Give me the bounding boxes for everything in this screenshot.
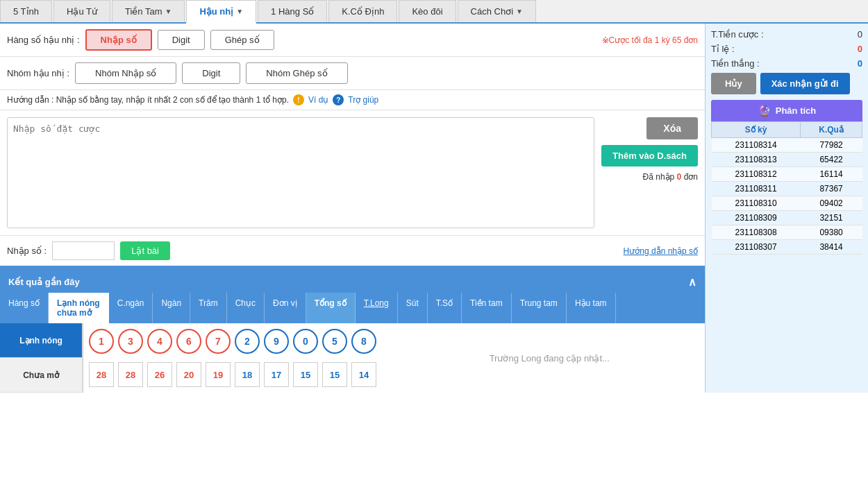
- tab-keodoi[interactable]: Kèo đôi: [399, 0, 456, 22]
- ball-0: 0: [293, 329, 318, 354]
- num-20: 20: [176, 362, 201, 387]
- nhom-nhap-so-button[interactable]: Nhóm Nhập số: [75, 62, 176, 84]
- tien-cuoc-value: 0: [858, 29, 862, 40]
- squares-row: 28 28 26 20 19 18 17 15 15 14: [83, 359, 394, 390]
- ball-4: 4: [147, 329, 172, 354]
- tab-5tinh[interactable]: 5 Tỉnh: [0, 0, 52, 22]
- tab-tso[interactable]: T.Số: [428, 293, 462, 323]
- num-26: 26: [147, 362, 172, 387]
- cell-soky: 231108313: [712, 153, 801, 167]
- tien-thang-value: 0: [858, 58, 862, 69]
- num-18: 18: [235, 362, 260, 387]
- ball-8: 8: [351, 329, 376, 354]
- nhom-label: Nhóm hậu nhị :: [7, 68, 69, 78]
- lanh-nong-header: Lạnh nóng: [0, 323, 83, 358]
- vi-du-icon: !: [293, 94, 304, 105]
- bottom-grid: Lạnh nóng Chưa mở 1 3 4 6 7 2 9 0 5 8: [0, 323, 705, 393]
- ghep-so-button[interactable]: Ghép số: [210, 30, 274, 50]
- tab-hangso-bottom[interactable]: Hàng số: [0, 293, 49, 323]
- them-vao-dsach-button[interactable]: Thêm vào D.sách: [601, 145, 698, 166]
- chevron-down-icon: ▼: [516, 8, 523, 15]
- tab-tongso[interactable]: Tổng số: [306, 293, 356, 323]
- ball-9: 9: [264, 329, 289, 354]
- vi-du-link[interactable]: Ví dụ: [308, 95, 328, 105]
- xoa-button[interactable]: Xóa: [646, 117, 698, 139]
- cell-soky: 231108309: [712, 211, 801, 225]
- tab-chuc[interactable]: Chục: [227, 293, 265, 323]
- ball-6: 6: [176, 329, 201, 354]
- tab-label: K.Cố Định: [342, 6, 384, 17]
- nhap-so-label: Nhập số :: [7, 246, 47, 256]
- phan-tich-table: Số kỳ K.Quả 2311083147798223110831365422…: [711, 121, 862, 255]
- nhom-ghep-so-button[interactable]: Nhóm Ghép số: [246, 62, 347, 84]
- tab-hautu[interactable]: Hậu Tứ: [53, 0, 110, 22]
- huong-dan-nhap-so-link[interactable]: Hướng dẫn nhập số: [624, 246, 698, 256]
- tab-cacchoi[interactable]: Cách Chơi ▼: [458, 0, 536, 22]
- cell-kqua: 32151: [801, 211, 862, 225]
- tab-1hangso[interactable]: 1 Hàng Số: [258, 0, 327, 22]
- tab-label: 1 Hàng Số: [271, 6, 314, 17]
- bottom-row-headers: Lạnh nóng Chưa mở: [0, 323, 83, 393]
- count-text: Đã nhập 0 đơn: [643, 172, 698, 182]
- table-row: 23110830809380: [712, 225, 862, 240]
- table-row: 23110830932151: [712, 211, 862, 225]
- tab-cngan[interactable]: C.ngàn: [109, 293, 153, 323]
- tab-kcodinh[interactable]: K.Cố Định: [328, 0, 397, 22]
- nhom-row: Nhóm hậu nhị : Nhóm Nhập số Digit Nhóm G…: [0, 57, 705, 90]
- tro-giup-link[interactable]: Trợ giúp: [348, 95, 378, 105]
- ti-le-row: Tỉ lệ : 0: [711, 44, 862, 54]
- tien-cuoc-label: T.Tiền cược :: [711, 29, 764, 40]
- xac-nhan-button[interactable]: Xác nhận gửi đi: [760, 73, 850, 94]
- lat-bai-button[interactable]: Lật bài: [120, 241, 170, 260]
- tab-trungtam[interactable]: Trung tam: [512, 293, 567, 323]
- tab-lanhnong[interactable]: Lạnh nóngchưa mở: [49, 293, 109, 323]
- cell-kqua: 38414: [801, 240, 862, 255]
- cell-kqua: 65422: [801, 153, 862, 167]
- cell-soky: 231108308: [712, 225, 801, 240]
- nhom-digit-button[interactable]: Digit: [182, 62, 240, 84]
- num-17: 17: [264, 362, 289, 387]
- num-28-2: 28: [118, 362, 143, 387]
- huong-dan-row: Hướng dẫn : Nhập số bằng tay, nhập ít nh…: [0, 90, 705, 110]
- bet-textarea[interactable]: [7, 117, 594, 228]
- nhap-so-button[interactable]: Nhập số: [85, 29, 152, 51]
- num-14: 14: [351, 362, 376, 387]
- cell-soky: 231108314: [712, 138, 801, 153]
- tab-ngan[interactable]: Ngàn: [153, 293, 190, 323]
- tab-tientam[interactable]: Tiền tam: [462, 293, 512, 323]
- tab-tram[interactable]: Trăm: [190, 293, 227, 323]
- tab-hautam[interactable]: Hậu tam: [567, 293, 616, 323]
- bottom-tabs: Hàng số Lạnh nóngchưa mở C.ngàn Ngàn Tră…: [0, 293, 705, 323]
- ball-3: 3: [118, 329, 143, 354]
- num-19: 19: [206, 362, 231, 387]
- chevron-down-icon: ▼: [165, 8, 172, 15]
- tab-label: Hậu nhị: [199, 6, 233, 17]
- nhap-so-input[interactable]: [52, 241, 115, 260]
- cell-soky: 231108311: [712, 182, 801, 196]
- tien-thang-row: Tiền thắng : 0: [711, 58, 862, 69]
- col-soky: Số kỳ: [712, 122, 801, 138]
- huy-button[interactable]: Hủy: [711, 73, 756, 94]
- cell-soky: 231108312: [712, 167, 801, 182]
- chua-mo-header: Chưa mở: [0, 358, 83, 393]
- cell-kqua: 16114: [801, 167, 862, 182]
- tab-donvi[interactable]: Đơn vị: [265, 293, 306, 323]
- num-15-2: 15: [322, 362, 347, 387]
- phan-tich-header: 🔮 Phân tích: [711, 100, 862, 121]
- chevron-up-icon[interactable]: ∧: [688, 275, 696, 289]
- col-kqua: K.Quả: [801, 122, 862, 138]
- tab-tlong[interactable]: T.Long: [356, 293, 398, 323]
- ball-5: 5: [322, 329, 347, 354]
- balls-row: 1 3 4 6 7 2 9 0 5 8: [83, 323, 394, 359]
- tab-tientam[interactable]: Tiền Tam ▼: [112, 0, 185, 22]
- phan-tich-title: Phân tích: [776, 105, 817, 116]
- tro-giup-icon: ?: [333, 94, 344, 105]
- table-row: 23110831216114: [712, 167, 862, 182]
- truong-long-text: Trường Long đang cập nhật...: [490, 353, 610, 364]
- bottom-right-panel: Trường Long đang cập nhật...: [394, 323, 706, 393]
- digit-button[interactable]: Digit: [158, 30, 205, 50]
- warn-text: ※Cược tối đa 1 kỳ 65 đơn: [602, 35, 698, 45]
- main-layout: Hàng số hậu nhị : Nhập số Digit Ghép số …: [0, 24, 868, 393]
- tab-sut[interactable]: Sút: [398, 293, 428, 323]
- tab-haunhi[interactable]: Hậu nhị ▼: [186, 0, 256, 24]
